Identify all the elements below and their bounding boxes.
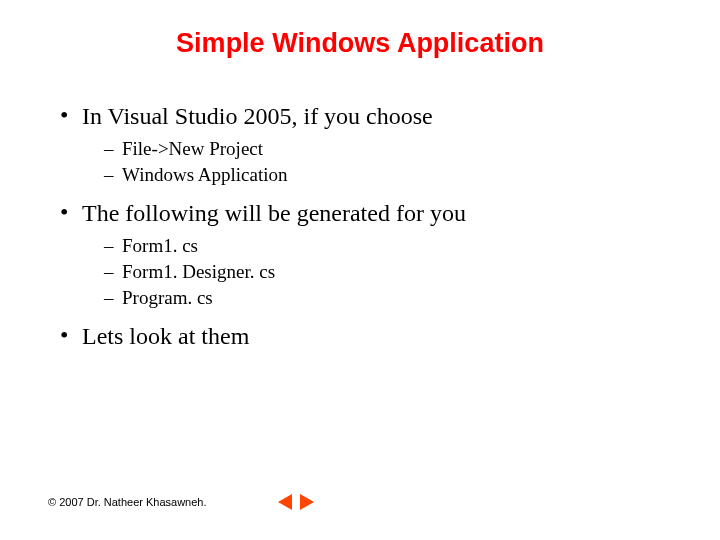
arrow-right-icon bbox=[298, 493, 316, 511]
bullet-item: In Visual Studio 2005, if you choose Fil… bbox=[56, 103, 672, 186]
sub-bullet-item: Program. cs bbox=[104, 287, 672, 309]
copyright: © 2007 Dr. Natheer Khasawneh. bbox=[48, 496, 207, 508]
nav-arrows bbox=[275, 492, 317, 512]
sub-bullet-list: Form1. cs Form1. Designer. cs Program. c… bbox=[104, 235, 672, 309]
slide: Simple Windows Application In Visual Stu… bbox=[0, 0, 720, 540]
sub-bullet-item: File->New Project bbox=[104, 138, 672, 160]
svg-marker-1 bbox=[300, 494, 314, 510]
bullet-list: In Visual Studio 2005, if you choose Fil… bbox=[56, 103, 672, 350]
bullet-item: Lets look at them bbox=[56, 323, 672, 350]
bullet-text: Lets look at them bbox=[82, 323, 249, 349]
svg-marker-0 bbox=[278, 494, 292, 510]
bullet-text: The following will be generated for you bbox=[82, 200, 466, 226]
sub-bullet-item: Windows Application bbox=[104, 164, 672, 186]
sub-bullet-item: Form1. Designer. cs bbox=[104, 261, 672, 283]
slide-title: Simple Windows Application bbox=[48, 28, 672, 59]
next-button[interactable] bbox=[297, 492, 317, 512]
sub-bullet-item: Form1. cs bbox=[104, 235, 672, 257]
footer: © 2007 Dr. Natheer Khasawneh. bbox=[48, 492, 317, 512]
prev-button[interactable] bbox=[275, 492, 295, 512]
sub-bullet-list: File->New Project Windows Application bbox=[104, 138, 672, 186]
bullet-item: The following will be generated for you … bbox=[56, 200, 672, 309]
bullet-text: In Visual Studio 2005, if you choose bbox=[82, 103, 433, 129]
arrow-left-icon bbox=[276, 493, 294, 511]
